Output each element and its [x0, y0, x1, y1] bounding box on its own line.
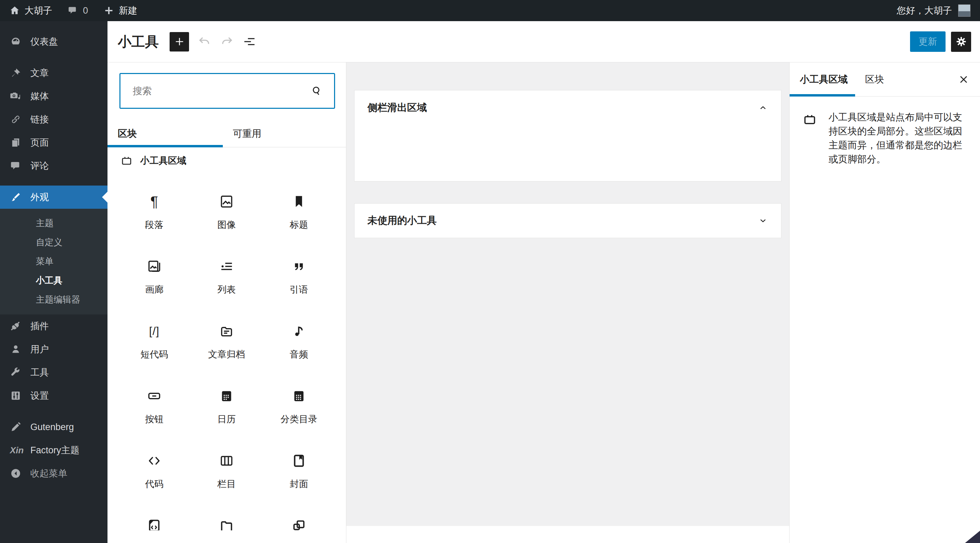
sidebar-label: Gutenberg [30, 422, 74, 432]
block-item-file[interactable] [190, 510, 263, 530]
pencil-icon [10, 421, 22, 433]
block-item-image[interactable]: 图像 [190, 186, 263, 251]
wrench-icon [10, 367, 22, 378]
block-item-categories[interactable]: 分类目录 [263, 381, 335, 445]
block-item-cover[interactable]: 封面 [263, 445, 335, 510]
block-search-box [119, 73, 335, 109]
quote-icon [291, 259, 307, 274]
block-item-code[interactable]: 代码 [118, 445, 190, 510]
block-item-heading[interactable]: 标题 [263, 186, 335, 251]
settings-toggle-button[interactable] [951, 32, 971, 52]
widget-area-header[interactable]: 未使用的小工具 [355, 204, 781, 238]
block-item-shortcode[interactable]: [/] 短代码 [118, 316, 190, 381]
widget-area-sidebar-slideout: 侧栏滑出区域 [354, 90, 781, 181]
sidebar-item-users[interactable]: 用户 [0, 338, 108, 361]
sidebar-item-comments[interactable]: 评论 [0, 154, 108, 177]
block-item-archives[interactable]: 文章归档 [190, 316, 263, 381]
widget-area-icon [803, 112, 817, 127]
sidebar-item-pages[interactable]: 页面 [0, 131, 108, 154]
columns-icon [219, 453, 234, 468]
tab-reusable[interactable]: 可重用 [233, 120, 261, 147]
block-item-columns[interactable]: 栏目 [190, 445, 263, 510]
tab-widget-areas[interactable]: 小工具区域 [800, 62, 848, 97]
active-menu-arrow [102, 192, 108, 203]
search-icon [310, 84, 323, 98]
submenu-theme-editor[interactable]: 主题编辑器 [0, 290, 108, 309]
sidebar-item-posts[interactable]: 文章 [0, 61, 108, 84]
settings-sidebar: 小工具区域 区块 小工具区域是站点布局中可以支持区块的全局部分。这些区域因主题而… [789, 62, 980, 543]
pages-icon [10, 137, 22, 148]
sidebar-item-appearance[interactable]: 外观 [0, 186, 108, 209]
new-label: 新建 [119, 5, 137, 17]
active-tab-underline [108, 145, 223, 147]
list-view-icon[interactable] [242, 35, 256, 49]
block-item-quote[interactable]: 引语 [263, 251, 335, 316]
calendar-icon [219, 388, 234, 404]
list-icon [219, 259, 234, 274]
tab-block[interactable]: 区块 [865, 62, 884, 97]
sidebar-item-links[interactable]: 链接 [0, 108, 108, 131]
xin-logo: Xin [10, 445, 22, 456]
comment-count: 0 [83, 5, 88, 16]
archives-icon [219, 323, 234, 339]
comment-icon [10, 160, 22, 171]
submenu-menus[interactable]: 菜单 [0, 252, 108, 271]
desktop-corner-artifact [965, 531, 980, 543]
custom-html-icon [146, 518, 162, 530]
sidebar-item-tools[interactable]: 工具 [0, 361, 108, 384]
block-item-gallery[interactable]: 画廊 [118, 251, 190, 316]
sidebar-item-dashboard[interactable]: 仪表盘 [0, 30, 108, 53]
widget-area-inactive: 未使用的小工具 [354, 203, 781, 238]
paragraph-icon: ¶ [146, 194, 162, 210]
undo-icon[interactable] [197, 35, 212, 49]
sidebar-item-plugins[interactable]: 插件 [0, 314, 108, 338]
block-item-custom-html[interactable] [118, 510, 190, 530]
new-content-menu[interactable]: 新建 [104, 5, 137, 17]
user-icon [10, 343, 22, 355]
media-icon [10, 90, 22, 102]
close-icon[interactable] [958, 73, 970, 86]
block-item-paragraph[interactable]: ¶ 段落 [118, 186, 190, 251]
sidebar-item-media[interactable]: 媒体 [0, 84, 108, 108]
group-icon [291, 518, 307, 530]
block-grid: ¶ 段落 图像 标题 画廊 列表 引语 [/] 短代码 文章归档 [118, 186, 335, 530]
avatar[interactable] [958, 5, 970, 17]
folder-icon [219, 518, 234, 530]
submenu-themes[interactable]: 主题 [0, 214, 108, 233]
sidebar-item-settings[interactable]: 设置 [0, 384, 108, 407]
code-icon [146, 453, 162, 468]
chevron-down-icon [758, 216, 768, 226]
redo-icon[interactable] [220, 35, 234, 49]
collapse-icon [10, 468, 22, 479]
sidebar-label: 媒体 [30, 90, 49, 102]
sidebar-label: Factory主题 [30, 444, 80, 456]
collapse-menu-button[interactable]: 收起菜单 [0, 462, 108, 485]
block-inserter-panel: 区块 可重用 小工具区域 ¶ 段落 图像 标题 画廊 列表 引语 [108, 62, 346, 543]
sidebar-label: 用户 [30, 343, 49, 356]
block-item-button[interactable]: 按钮 [118, 381, 190, 445]
submenu-customize[interactable]: 自定义 [0, 233, 108, 252]
block-inserter-toggle-button[interactable] [170, 32, 189, 51]
sidebar-label: 插件 [30, 320, 49, 332]
site-name: 大胡子 [25, 5, 52, 17]
user-greeting[interactable]: 您好，大胡子 [897, 5, 952, 17]
block-item-group[interactable] [263, 510, 335, 530]
comments-bubble[interactable]: 0 [68, 5, 88, 16]
block-item-audio[interactable]: 音频 [263, 316, 335, 381]
pushpin-icon [10, 67, 22, 79]
block-search-input[interactable] [121, 86, 310, 97]
gear-icon [955, 35, 967, 48]
update-button[interactable]: 更新 [910, 32, 945, 52]
page-title: 小工具 [118, 32, 159, 51]
widget-area-header[interactable]: 侧栏滑出区域 [355, 90, 781, 125]
sidebar-label: 仪表盘 [30, 35, 58, 48]
home-icon [10, 5, 20, 16]
sidebar-item-xin-factory[interactable]: Xin Factory主题 [0, 439, 108, 462]
sidebar-item-gutenberg[interactable]: Gutenberg [0, 416, 108, 439]
site-menu[interactable]: 大胡子 [10, 5, 52, 17]
tab-blocks[interactable]: 区块 [118, 120, 137, 147]
block-item-list[interactable]: 列表 [190, 251, 263, 316]
submenu-widgets[interactable]: 小工具 [0, 271, 108, 290]
widget-area-title: 侧栏滑出区域 [368, 101, 427, 114]
block-item-calendar[interactable]: 日历 [190, 381, 263, 445]
